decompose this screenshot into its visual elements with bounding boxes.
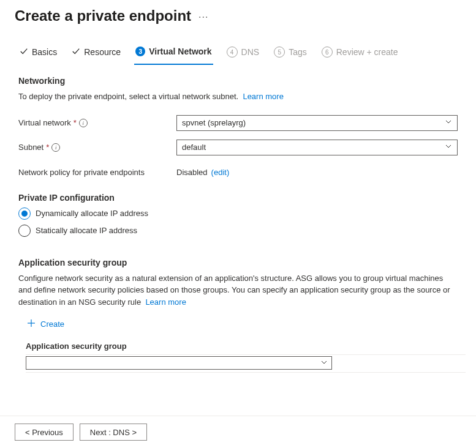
tab-dns[interactable]: 4 DNS [225,43,261,65]
radio-icon [18,207,31,220]
info-icon[interactable]: i [51,143,60,152]
step-number-icon: 5 [274,47,285,58]
subnet-select[interactable]: default [176,140,458,155]
learn-more-link[interactable]: Learn more [145,297,186,307]
previous-button[interactable]: < Previous [15,424,74,441]
ip-config-heading: Private IP configuration [18,193,458,203]
step-number-icon: 6 [322,47,333,58]
virtual-network-label: Virtual network * i [18,118,176,127]
asg-column-header: Application security group [26,338,332,354]
check-icon [72,47,80,58]
required-indicator: * [74,118,77,127]
select-value: spvnet (sprelayrg) [182,118,246,127]
networking-description: To deploy the private endpoint, select a… [18,91,458,103]
select-value: default [182,143,206,152]
subnet-label: Subnet * i [18,143,176,152]
required-indicator: * [46,143,49,152]
wizard-tabs: Basics Resource 3 Virtual Network 4 DNS … [15,43,461,65]
radio-dynamic[interactable]: Dynamically allocate IP address [18,207,458,220]
chevron-down-icon [445,118,452,127]
tab-virtual-network[interactable]: 3 Virtual Network [134,43,213,65]
create-asg-button[interactable]: Create [26,314,66,334]
asg-select[interactable] [26,356,332,370]
tab-label: Tags [289,47,307,57]
check-icon [20,47,28,58]
asg-description: Configure network security as a natural … [18,272,458,308]
ip-config-radio-group: Dynamically allocate IP address Statical… [18,207,458,237]
more-icon[interactable]: ··· [198,12,208,23]
networking-heading: Networking [18,76,458,86]
radio-label: Dynamically allocate IP address [36,209,148,218]
chevron-down-icon [445,143,452,152]
tab-label: Virtual Network [149,47,211,56]
tab-label: Review + create [336,47,398,57]
page-title: Create a private endpoint [15,7,191,24]
radio-icon [18,225,31,237]
network-policy-value: Disabled [176,168,208,177]
tab-label: DNS [241,47,260,57]
description-text: To deploy the private endpoint, select a… [18,92,238,101]
tab-resource[interactable]: Resource [70,43,122,65]
radio-label: Statically allocate IP address [36,226,137,235]
step-number-icon: 4 [227,47,238,58]
learn-more-link[interactable]: Learn more [243,92,283,101]
info-icon[interactable]: i [79,119,88,127]
next-button[interactable]: Next : DNS > [80,424,147,441]
radio-static[interactable]: Statically allocate IP address [18,225,458,237]
virtual-network-select[interactable]: spvnet (sprelayrg) [176,115,458,131]
tab-label: Basics [32,47,57,57]
create-label: Create [40,319,64,329]
chevron-down-icon [320,359,328,368]
tab-basics[interactable]: Basics [18,43,58,65]
tab-tags[interactable]: 5 Tags [273,43,308,65]
step-number-icon: 3 [135,47,145,56]
plus-icon [27,319,36,329]
edit-link[interactable]: (edit) [211,168,230,177]
network-policy-label: Network policy for private endpoints [18,168,176,177]
asg-heading: Application security group [18,258,458,267]
tab-review[interactable]: 6 Review + create [320,43,399,65]
tab-label: Resource [84,47,121,57]
wizard-footer: < Previous Next : DNS > [0,416,476,448]
